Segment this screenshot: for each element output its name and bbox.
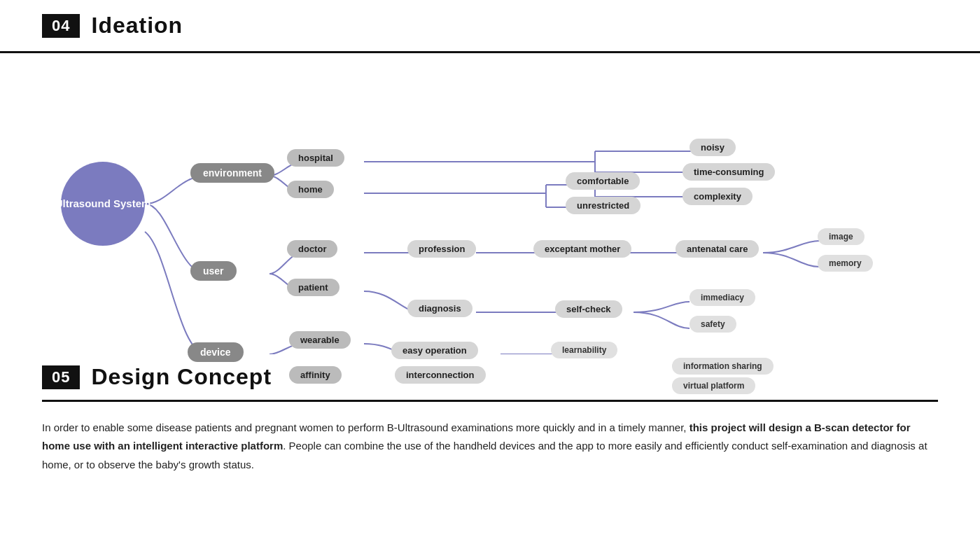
section-number-05: 05	[42, 365, 80, 389]
node-information-sharing: information sharing	[672, 358, 774, 375]
node-comfortable: comfortable	[566, 172, 640, 190]
node-virtual-platform: virtual platform	[672, 377, 755, 394]
node-exceptant-mother: exceptant mother	[533, 240, 631, 258]
node-hospital: hospital	[287, 149, 344, 167]
node-affinity: affinity	[289, 366, 342, 384]
node-antenatal-care: antenatal care	[676, 240, 759, 258]
node-doctor: doctor	[287, 240, 337, 258]
section-title-05: Design Concept	[91, 364, 272, 390]
node-easy-operation: easy operation	[391, 342, 478, 359]
node-home: home	[287, 181, 334, 198]
section-04-header: 04 Ideation	[0, 0, 980, 53]
node-noisy: noisy	[690, 139, 736, 156]
node-center: Ultrasound System	[61, 162, 145, 246]
section-number-04: 04	[42, 14, 80, 38]
node-user: user	[190, 261, 237, 281]
node-self-check: self-check	[555, 300, 622, 318]
node-profession: profession	[407, 240, 476, 258]
node-safety: safety	[690, 316, 736, 333]
node-memory: memory	[818, 255, 873, 272]
mindmap-container: Ultrasound System environment user devic…	[0, 53, 980, 354]
section-05-header: 05 Design Concept	[42, 354, 938, 402]
node-unrestricted: unrestricted	[566, 197, 640, 214]
node-patient: patient	[287, 279, 340, 296]
node-image: image	[818, 228, 864, 245]
node-device: device	[188, 342, 244, 362]
node-interconnection: interconnection	[395, 366, 486, 384]
node-time-consuming: time-consuming	[682, 163, 775, 181]
design-concept-section: 05 Design Concept In order to enable som…	[0, 354, 980, 495]
node-wearable: wearable	[289, 331, 351, 349]
node-diagnosis: diagnosis	[407, 300, 472, 317]
node-learnability: learnability	[551, 342, 617, 358]
design-paragraph: In order to enable some disease patients…	[42, 419, 938, 474]
node-immediacy: immediacy	[690, 289, 755, 306]
node-environment: environment	[190, 163, 274, 183]
section-title-04: Ideation	[91, 13, 183, 39]
node-complexity: complexity	[682, 188, 752, 205]
